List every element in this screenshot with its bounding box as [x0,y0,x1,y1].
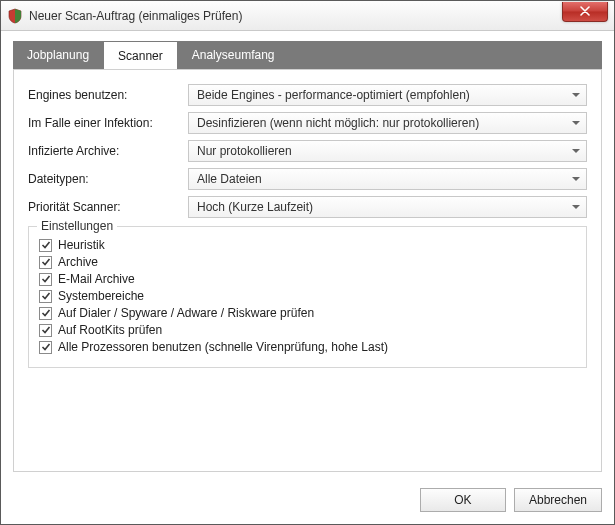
settings-item: Heuristik [39,238,576,252]
checkbox[interactable] [39,256,52,269]
label-engines: Engines benutzen: [28,88,188,102]
label-filetypes: Dateitypen: [28,172,188,186]
app-shield-icon [7,8,23,24]
tab-panel-scanner: Engines benutzen: Beide Engines - perfor… [13,69,602,472]
chevron-down-icon [572,149,580,153]
dialog-footer: OK Abbrechen [1,480,614,524]
checkbox[interactable] [39,273,52,286]
row-priority: Priorität Scanner: Hoch (Kurze Laufzeit) [28,196,587,218]
settings-list: HeuristikArchiveE-Mail ArchiveSystembere… [39,238,576,354]
chevron-down-icon [572,93,580,97]
row-infection: Im Falle einer Infektion: Desinfizieren … [28,112,587,134]
button-label: Abbrechen [529,493,587,507]
row-filetypes: Dateitypen: Alle Dateien [28,168,587,190]
dropdown-value: Beide Engines - performance-optimiert (e… [197,88,470,102]
settings-item: Systembereiche [39,289,576,303]
row-archives: Infizierte Archive: Nur protokollieren [28,140,587,162]
button-label: OK [454,493,471,507]
dropdown-filetypes[interactable]: Alle Dateien [188,168,587,190]
settings-item: Auf Dialer / Spyware / Adware / Riskware… [39,306,576,320]
settings-item: E-Mail Archive [39,272,576,286]
window-title: Neuer Scan-Auftrag (einmaliges Prüfen) [29,9,242,23]
checkbox-label: E-Mail Archive [58,272,135,286]
checkbox-label: Heuristik [58,238,105,252]
dropdown-value: Hoch (Kurze Laufzeit) [197,200,313,214]
dropdown-infection[interactable]: Desinfizieren (wenn nicht möglich: nur p… [188,112,587,134]
checkbox-label: Archive [58,255,98,269]
tab-analyseumfang[interactable]: Analyseumfang [178,41,289,69]
chevron-down-icon [572,205,580,209]
checkbox[interactable] [39,307,52,320]
cancel-button[interactable]: Abbrechen [514,488,602,512]
checkbox[interactable] [39,341,52,354]
checkbox[interactable] [39,290,52,303]
dropdown-engines[interactable]: Beide Engines - performance-optimiert (e… [188,84,587,106]
checkbox-label: Auf RootKits prüfen [58,323,162,337]
chevron-down-icon [572,121,580,125]
tab-scanner[interactable]: Scanner [103,41,178,70]
titlebar: Neuer Scan-Auftrag (einmaliges Prüfen) [1,1,614,31]
settings-legend: Einstellungen [37,219,117,233]
settings-item: Alle Prozessoren benutzen (schnelle Vire… [39,340,576,354]
dropdown-priority[interactable]: Hoch (Kurze Laufzeit) [188,196,587,218]
chevron-down-icon [572,177,580,181]
dialog-window: Neuer Scan-Auftrag (einmaliges Prüfen) J… [0,0,615,525]
settings-group: Einstellungen HeuristikArchiveE-Mail Arc… [28,226,587,368]
tabstrip: Jobplanung Scanner Analyseumfang [13,41,602,69]
settings-item: Auf RootKits prüfen [39,323,576,337]
content-area: Jobplanung Scanner Analyseumfang Engines… [1,31,614,480]
tab-label: Analyseumfang [192,48,275,62]
tab-jobplanung[interactable]: Jobplanung [13,41,103,69]
checkbox-label: Auf Dialer / Spyware / Adware / Riskware… [58,306,314,320]
ok-button[interactable]: OK [420,488,506,512]
settings-item: Archive [39,255,576,269]
dropdown-value: Nur protokollieren [197,144,292,158]
dropdown-archives[interactable]: Nur protokollieren [188,140,587,162]
checkbox-label: Alle Prozessoren benutzen (schnelle Vire… [58,340,388,354]
label-infection: Im Falle einer Infektion: [28,116,188,130]
tab-label: Jobplanung [27,48,89,62]
tab-label: Scanner [118,49,163,63]
checkbox[interactable] [39,324,52,337]
label-priority: Priorität Scanner: [28,200,188,214]
dropdown-value: Desinfizieren (wenn nicht möglich: nur p… [197,116,479,130]
checkbox[interactable] [39,239,52,252]
label-archives: Infizierte Archive: [28,144,188,158]
checkbox-label: Systembereiche [58,289,144,303]
dropdown-value: Alle Dateien [197,172,262,186]
close-icon [580,5,590,19]
close-button[interactable] [562,2,608,22]
row-engines: Engines benutzen: Beide Engines - perfor… [28,84,587,106]
